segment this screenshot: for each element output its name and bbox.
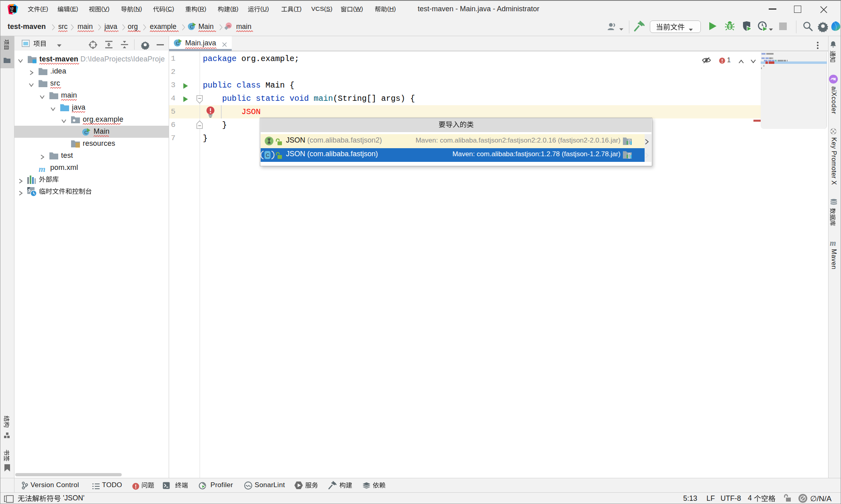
svg-text:C: C [84,130,88,135]
svg-text:m: m [227,24,231,28]
svg-text:C: C [190,24,193,29]
svg-text:IJ: IJ [10,6,13,10]
svg-text:X: X [832,130,835,133]
svg-text:C: C [176,41,179,46]
svg-text:C: C [266,152,269,158]
